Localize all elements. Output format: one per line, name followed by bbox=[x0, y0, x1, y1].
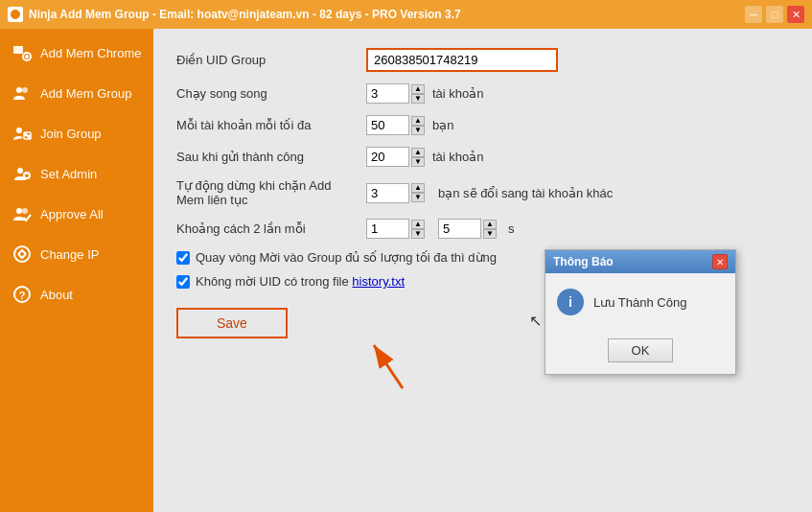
sau-khi-unit: tài khoản bbox=[432, 150, 484, 164]
tu-dong-label: Tự động dừng khi chặn Add Mem liên tục bbox=[176, 178, 359, 207]
sidebar-item-approve-all[interactable]: Approve All bbox=[0, 194, 153, 234]
dialog-ok-button[interactable]: OK bbox=[608, 338, 674, 362]
moi-tk-spinner: ▲ ▼ bbox=[366, 115, 425, 135]
join-group-icon bbox=[12, 123, 33, 144]
moi-tk-unit: bạn bbox=[432, 118, 453, 132]
moi-tk-input[interactable] bbox=[366, 115, 409, 135]
tu-dong-suffix: bạn sẽ đổi sang tài khoản khác bbox=[438, 186, 613, 200]
sau-khi-label: Sau khi gửi thành công bbox=[176, 150, 359, 164]
uid-label: Điền UID Group bbox=[176, 53, 359, 67]
svg-point-0 bbox=[11, 10, 20, 19]
svg-point-6 bbox=[22, 87, 28, 93]
uid-row: Điền UID Group bbox=[176, 48, 789, 72]
khoang-cach2-up[interactable]: ▲ bbox=[483, 220, 497, 229]
window-title: Ninja Add Mem Group - Email: hoatv@ninja… bbox=[29, 8, 461, 21]
chay-song-song-input[interactable] bbox=[366, 83, 409, 104]
dialog-body: i Lưu Thành Công bbox=[545, 273, 735, 331]
svg-line-21 bbox=[374, 345, 403, 388]
khoang-cach2-down[interactable]: ▼ bbox=[483, 229, 497, 239]
uid-input[interactable] bbox=[366, 48, 558, 72]
chay-song-song-row: Chạy song song ▲ ▼ tài khoản bbox=[176, 83, 789, 104]
chay-song-song-spinner: ▲ ▼ bbox=[366, 83, 425, 104]
add-mem-group-icon bbox=[12, 82, 33, 104]
sidebar-label-about: About bbox=[40, 288, 73, 302]
chay-song-song-spinner-btns: ▲ ▼ bbox=[411, 84, 425, 104]
content-area: Điền UID Group Chạy song song ▲ ▼ tài kh… bbox=[153, 29, 812, 512]
sidebar-label-set-admin: Set Admin bbox=[40, 167, 97, 181]
sau-khi-spinner: ▲ ▼ bbox=[366, 147, 425, 167]
sidebar-label-change-ip: Change IP bbox=[40, 247, 99, 262]
sidebar-label-add-mem-group: Add Mem Group bbox=[40, 86, 131, 101]
sau-khi-row: Sau khi gửi thành công ▲ ▼ tài khoản bbox=[176, 147, 789, 167]
tu-dong-down[interactable]: ▼ bbox=[411, 193, 425, 202]
minimize-button[interactable]: ─ bbox=[745, 6, 762, 23]
sau-khi-down[interactable]: ▼ bbox=[411, 157, 425, 167]
checkbox1[interactable] bbox=[176, 251, 190, 265]
tu-dong-spinner-btns: ▲ ▼ bbox=[411, 183, 425, 202]
dialog-titlebar: Thông Báo ✕ bbox=[545, 250, 735, 273]
svg-point-12 bbox=[17, 168, 23, 174]
khoang-cach-spinner2: ▲ ▼ bbox=[438, 219, 497, 239]
sidebar-item-add-mem-group[interactable]: Add Mem Group bbox=[0, 73, 153, 113]
titlebar: Ninja Add Mem Group - Email: hoatv@ninja… bbox=[0, 0, 812, 29]
khoang-cach-unit: s bbox=[508, 221, 515, 236]
sidebar-item-join-group[interactable]: Join Group bbox=[0, 113, 153, 153]
sau-khi-spinner-btns: ▲ ▼ bbox=[411, 148, 425, 167]
app-icon bbox=[8, 7, 23, 22]
chay-song-song-label: Chạy song song bbox=[176, 86, 359, 101]
moi-tk-down[interactable]: ▼ bbox=[411, 126, 425, 135]
tu-dong-spinner: ▲ ▼ bbox=[366, 183, 425, 203]
dialog-footer: OK bbox=[545, 331, 735, 374]
sau-khi-up[interactable]: ▲ bbox=[411, 148, 425, 157]
khoang-cach-input1[interactable] bbox=[366, 219, 409, 239]
sidebar-item-set-admin[interactable]: Set Admin bbox=[0, 153, 153, 194]
about-icon: ? bbox=[12, 284, 33, 305]
khoang-cach1-up[interactable]: ▲ bbox=[411, 220, 425, 229]
moi-tk-label: Mỗi tài khoản mỗi tối đa bbox=[176, 118, 359, 132]
svg-rect-1 bbox=[13, 46, 23, 54]
save-button[interactable]: Save bbox=[176, 308, 288, 338]
sidebar-item-add-mem-chrome[interactable]: Add Mem Chrome bbox=[0, 33, 153, 73]
maximize-button[interactable]: □ bbox=[766, 6, 783, 23]
approve-all-icon bbox=[12, 203, 33, 224]
moi-tk-up[interactable]: ▲ bbox=[411, 116, 425, 126]
dialog-message: Lưu Thành Công bbox=[593, 295, 686, 310]
moi-tk-row: Mỗi tài khoản mỗi tối đa ▲ ▼ bạn bbox=[176, 115, 789, 135]
dialog-close-button[interactable]: ✕ bbox=[712, 254, 728, 269]
svg-point-7 bbox=[16, 128, 22, 133]
dialog-info-icon: i bbox=[557, 289, 584, 315]
khoang-cach-label: Khoảng cách 2 lần mỗi bbox=[176, 221, 359, 236]
set-admin-icon bbox=[12, 163, 33, 184]
svg-point-17 bbox=[14, 246, 30, 262]
chay-song-song-down[interactable]: ▼ bbox=[411, 94, 425, 104]
sidebar-label-join-group: Join Group bbox=[40, 127, 102, 141]
khoang-cach-row: Khoảng cách 2 lần mỗi ▲ ▼ ▲ ▼ s bbox=[176, 219, 789, 239]
sidebar-item-about[interactable]: ? About bbox=[0, 274, 153, 314]
history-link[interactable]: history.txt bbox=[352, 274, 405, 289]
checkbox1-label: Quay vòng Mời vào Group đủ số lượng tối … bbox=[196, 250, 497, 265]
dialog-title: Thông Báo bbox=[553, 255, 614, 268]
change-ip-icon bbox=[12, 244, 33, 265]
svg-point-15 bbox=[16, 208, 22, 214]
tu-dong-input[interactable] bbox=[366, 183, 409, 203]
khoang-cach1-down[interactable]: ▼ bbox=[411, 229, 425, 239]
svg-text:?: ? bbox=[19, 290, 26, 301]
add-mem-chrome-icon bbox=[12, 42, 33, 63]
svg-point-5 bbox=[16, 87, 22, 93]
sau-khi-input[interactable] bbox=[366, 147, 409, 167]
tu-dong-row: Tự động dừng khi chặn Add Mem liên tục ▲… bbox=[176, 178, 789, 207]
chay-song-song-up[interactable]: ▲ bbox=[411, 84, 425, 94]
sidebar-label-approve-all: Approve All bbox=[40, 207, 104, 221]
close-button[interactable]: ✕ bbox=[787, 6, 804, 23]
khoang-cach-input2[interactable] bbox=[438, 219, 481, 239]
khoang-cach-spinner1-btns: ▲ ▼ bbox=[411, 220, 425, 239]
arrow-annotation bbox=[364, 326, 441, 393]
checkbox2-label: Không mời UID có trong file history.txt bbox=[196, 274, 405, 289]
main-layout: Add Mem Chrome Add Mem Group bbox=[0, 29, 812, 512]
sidebar-item-change-ip[interactable]: Change IP bbox=[0, 234, 153, 274]
moi-tk-spinner-btns: ▲ ▼ bbox=[411, 116, 425, 135]
sidebar-label-add-mem-chrome: Add Mem Chrome bbox=[40, 46, 141, 60]
checkbox2[interactable] bbox=[176, 275, 190, 289]
svg-point-16 bbox=[22, 208, 28, 214]
tu-dong-up[interactable]: ▲ bbox=[411, 183, 425, 193]
